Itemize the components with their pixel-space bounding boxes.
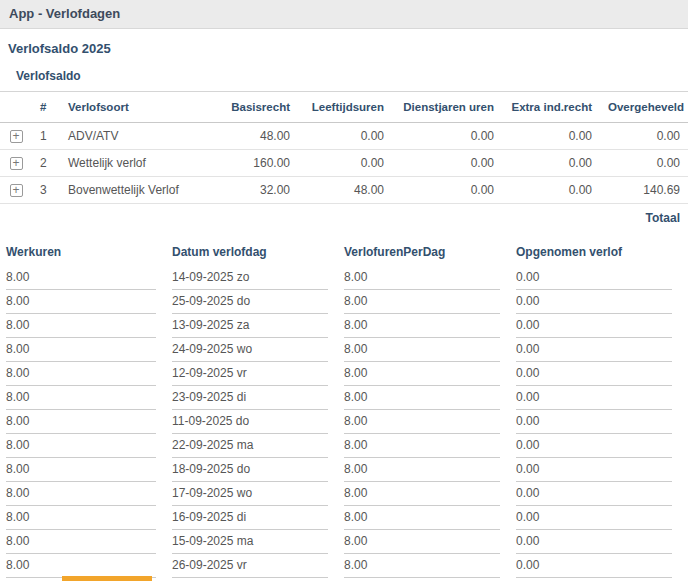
opgenomen-verlof-field[interactable]: 0.00 xyxy=(516,458,672,482)
section-label: Verlofsaldo xyxy=(0,56,688,91)
saldo-table-row: 1ADV/ATV48.000.000.000.000.00 xyxy=(0,123,688,150)
werkuren-field[interactable]: 8.00 xyxy=(6,386,156,410)
werkuren-field[interactable]: 8.00 xyxy=(6,290,156,314)
datum-verlofdag-field[interactable]: 24-09-2025 wo xyxy=(172,338,328,362)
cell-overgeheveld: 140.69 xyxy=(600,177,688,204)
opgenomen-verlof-field[interactable]: 0.00 xyxy=(516,290,672,314)
col-header-overgeheveld: Overgeheveld xyxy=(600,92,688,123)
col-header-verlofuren: VerlofurenPerDag xyxy=(344,243,500,266)
opgenomen-verlof-field[interactable]: 0.00 xyxy=(516,362,672,386)
expand-row-icon[interactable] xyxy=(10,130,23,143)
datum-verlofdag-field[interactable]: 26-09-2025 vr xyxy=(172,554,328,578)
datum-verlofdag-field[interactable]: 12-09-2025 vr xyxy=(172,362,328,386)
werkuren-field[interactable]: 8.00 xyxy=(6,482,156,506)
verlofurenperdag-field[interactable]: 8.00 xyxy=(344,362,500,386)
cell-leeftijdsuren: 48.00 xyxy=(298,177,392,204)
werkuren-field[interactable]: 8.00 xyxy=(6,434,156,458)
verlofdagen-detail: Werkuren Datum verlofdag VerlofurenPerDa… xyxy=(0,231,688,578)
expand-column-header xyxy=(0,92,32,123)
verlofurenperdag-field[interactable]: 8.00 xyxy=(344,338,500,362)
app-header-title: App - Verlofdagen xyxy=(9,6,120,21)
expand-row-icon[interactable] xyxy=(10,184,23,197)
col-header-num: # xyxy=(32,92,60,123)
totaal-row: Totaal xyxy=(0,204,688,232)
col-header-leeftijdsuren: Leeftijdsuren xyxy=(298,92,392,123)
werkuren-field[interactable]: 8.00 xyxy=(6,314,156,338)
datum-verlofdag-field[interactable]: 13-09-2025 za xyxy=(172,314,328,338)
col-header-basisrecht: Basisrecht xyxy=(206,92,298,123)
cell-soort: Bovenwettelijk Verlof xyxy=(60,177,206,204)
datum-verlofdag-field[interactable]: 15-09-2025 ma xyxy=(172,530,328,554)
opgenomen-verlof-field[interactable]: 0.00 xyxy=(516,314,672,338)
cell-extra: 0.00 xyxy=(502,177,600,204)
verlofurenperdag-field[interactable]: 8.00 xyxy=(344,434,500,458)
datum-verlofdag-field[interactable]: 22-09-2025 ma xyxy=(172,434,328,458)
datum-verlofdag-field[interactable]: 25-09-2025 do xyxy=(172,290,328,314)
datum-verlofdag-field[interactable]: 17-09-2025 wo xyxy=(172,482,328,506)
cell-leeftijdsuren: 0.00 xyxy=(298,150,392,177)
saldo-table-row: 2Wettelijk verlof160.000.000.000.000.00 xyxy=(0,150,688,177)
werkuren-field[interactable]: 8.00 xyxy=(6,530,156,554)
cell-basisrecht: 32.00 xyxy=(206,177,298,204)
opgenomen-verlof-field[interactable]: 0.00 xyxy=(516,554,672,578)
cell-overgeheveld: 0.00 xyxy=(600,123,688,150)
cell-dienstjaren: 0.00 xyxy=(392,150,502,177)
verlofurenperdag-field[interactable]: 8.00 xyxy=(344,290,500,314)
col-header-dienstjaren: Dienstjaren uren xyxy=(392,92,502,123)
app-header: App - Verlofdagen xyxy=(0,0,688,29)
cell-basisrecht: 160.00 xyxy=(206,150,298,177)
werkuren-field[interactable]: 8.00 xyxy=(6,506,156,530)
cell-soort: ADV/ATV xyxy=(60,123,206,150)
cell-num: 3 xyxy=(32,177,60,204)
cell-extra: 0.00 xyxy=(502,123,600,150)
datum-verlofdag-field[interactable]: 11-09-2025 do xyxy=(172,410,328,434)
werkuren-field[interactable]: 8.00 xyxy=(6,554,156,578)
opgenomen-verlof-field[interactable]: 0.00 xyxy=(516,338,672,362)
expand-row-icon[interactable] xyxy=(10,157,23,170)
verlofurenperdag-field[interactable]: 8.00 xyxy=(344,554,500,578)
werkuren-field[interactable]: 8.00 xyxy=(6,458,156,482)
opgenomen-verlof-field[interactable]: 0.00 xyxy=(516,482,672,506)
werkuren-field[interactable]: 8.00 xyxy=(6,338,156,362)
verlofurenperdag-field[interactable]: 8.00 xyxy=(344,266,500,290)
opgenomen-verlof-field[interactable]: 0.00 xyxy=(516,506,672,530)
cell-extra: 0.00 xyxy=(502,150,600,177)
opgenomen-verlof-field[interactable]: 0.00 xyxy=(516,386,672,410)
cell-overgeheveld: 0.00 xyxy=(600,150,688,177)
datum-verlofdag-field[interactable]: 16-09-2025 di xyxy=(172,506,328,530)
verlofurenperdag-field[interactable]: 8.00 xyxy=(344,458,500,482)
cell-num: 2 xyxy=(32,150,60,177)
datum-verlofdag-field[interactable]: 14-09-2025 zo xyxy=(172,266,328,290)
saldo-header-row: # Verlofsoort Basisrecht Leeftijdsuren D… xyxy=(0,92,688,123)
saldo-table-body: 1ADV/ATV48.000.000.000.000.002Wettelijk … xyxy=(0,123,688,204)
datum-verlofdag-field[interactable]: 18-09-2025 do xyxy=(172,458,328,482)
detail-grid: Werkuren Datum verlofdag VerlofurenPerDa… xyxy=(6,243,688,578)
cell-dienstjaren: 0.00 xyxy=(392,123,502,150)
opgenomen-verlof-field[interactable]: 0.00 xyxy=(516,266,672,290)
orange-accent-bar xyxy=(62,576,152,581)
werkuren-field[interactable]: 8.00 xyxy=(6,266,156,290)
cell-leeftijdsuren: 0.00 xyxy=(298,123,392,150)
cell-basisrecht: 48.00 xyxy=(206,123,298,150)
opgenomen-verlof-field[interactable]: 0.00 xyxy=(516,410,672,434)
werkuren-field[interactable]: 8.00 xyxy=(6,362,156,386)
cell-soort: Wettelijk verlof xyxy=(60,150,206,177)
opgenomen-verlof-field[interactable]: 0.00 xyxy=(516,530,672,554)
verlofurenperdag-field[interactable]: 8.00 xyxy=(344,386,500,410)
verlofurenperdag-field[interactable]: 8.00 xyxy=(344,506,500,530)
totaal-label: Totaal xyxy=(0,204,688,232)
verlofsaldo-table: # Verlofsoort Basisrecht Leeftijdsuren D… xyxy=(0,91,688,231)
datum-verlofdag-field[interactable]: 23-09-2025 di xyxy=(172,386,328,410)
verlofurenperdag-field[interactable]: 8.00 xyxy=(344,530,500,554)
cell-num: 1 xyxy=(32,123,60,150)
verlofurenperdag-field[interactable]: 8.00 xyxy=(344,410,500,434)
opgenomen-verlof-field[interactable]: 0.00 xyxy=(516,434,672,458)
verlofurenperdag-field[interactable]: 8.00 xyxy=(344,482,500,506)
col-header-verlofsoort: Verlofsoort xyxy=(60,92,206,123)
col-header-datum: Datum verlofdag xyxy=(172,243,328,266)
cell-dienstjaren: 0.00 xyxy=(392,177,502,204)
werkuren-field[interactable]: 8.00 xyxy=(6,410,156,434)
col-header-extra: Extra ind.recht xyxy=(502,92,600,123)
saldo-table-row: 3Bovenwettelijk Verlof32.0048.000.000.00… xyxy=(0,177,688,204)
verlofurenperdag-field[interactable]: 8.00 xyxy=(344,314,500,338)
